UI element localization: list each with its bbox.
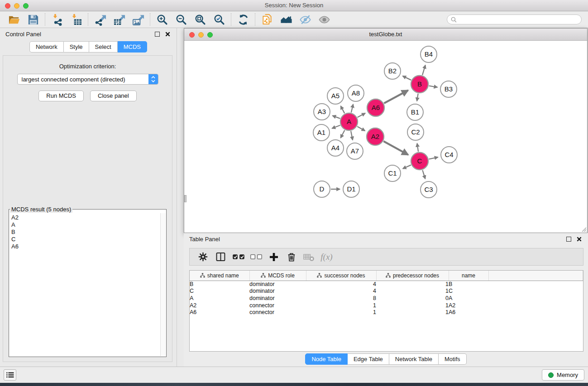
close-table-panel-button[interactable] xyxy=(577,237,582,242)
float-table-panel-button[interactable] xyxy=(566,237,571,242)
zoom-selected-button[interactable] xyxy=(210,12,229,27)
column-header-name[interactable]: name xyxy=(449,271,488,281)
network-graph[interactable]: B4B2BB3A8A5A6B1A3AC2A1A2A4A7C4CC1C3DD1 xyxy=(184,41,587,233)
select-all-columns-button[interactable] xyxy=(229,250,247,264)
network-from-file-button[interactable] xyxy=(258,12,277,27)
graph-edge-B-B3[interactable] xyxy=(429,86,438,87)
graph-edge-A-A2[interactable] xyxy=(357,126,365,131)
graph-node-A2[interactable]: A2 xyxy=(367,128,384,145)
show-graphics-details-button[interactable] xyxy=(315,12,334,27)
graph-node-B3[interactable]: B3 xyxy=(440,81,457,97)
graph-node-D[interactable]: D xyxy=(314,181,330,197)
graph-edge-A-A6[interactable] xyxy=(358,113,365,117)
graph-node-C[interactable]: C xyxy=(411,152,428,170)
graph-edge-B-B1[interactable] xyxy=(417,94,418,101)
graph-node-A6[interactable]: A6 xyxy=(367,99,384,116)
unselect-all-columns-button[interactable] xyxy=(247,250,265,264)
select-stepper[interactable] xyxy=(148,74,158,84)
column-header-successor-nodes[interactable]: successor nodes xyxy=(306,271,376,281)
graph-edge-A6-B[interactable] xyxy=(384,91,408,103)
table-row[interactable]: A6connector11A6 xyxy=(190,309,583,316)
graph-node-C2[interactable]: C2 xyxy=(407,124,424,140)
tab-network[interactable]: Network xyxy=(29,41,64,52)
mcds-result-item[interactable]: B xyxy=(10,229,160,236)
search-box[interactable] xyxy=(447,14,582,24)
mcds-result-item[interactable]: A2 xyxy=(10,214,160,221)
table-row[interactable]: Adominator80A xyxy=(190,295,583,302)
graph-edge-A-A5[interactable] xyxy=(341,106,345,113)
mcds-result-item[interactable]: A xyxy=(10,221,160,229)
graph-edge-C-C4[interactable] xyxy=(429,157,438,159)
tab-style[interactable]: Style xyxy=(64,41,89,52)
export-network-button[interactable] xyxy=(91,12,110,27)
graph-node-A3[interactable]: A3 xyxy=(314,104,330,120)
graph-node-A4[interactable]: A4 xyxy=(327,140,344,156)
houses-button[interactable] xyxy=(277,12,296,27)
table-row[interactable]: Bdominator41B xyxy=(190,281,583,288)
graph-edge-A-A1[interactable] xyxy=(332,125,340,129)
graph-node-D1[interactable]: D1 xyxy=(343,181,359,197)
graph-edge-C-C1[interactable] xyxy=(403,165,411,169)
result-list-scrollbar[interactable] xyxy=(160,213,166,356)
graph-node-C1[interactable]: C1 xyxy=(384,165,401,181)
task-history-button[interactable] xyxy=(4,369,16,381)
import-table-button[interactable] xyxy=(67,12,86,27)
column-header-mcds-role[interactable]: MCDS role xyxy=(249,271,306,281)
memory-button[interactable]: Memory xyxy=(542,369,584,381)
export-table-button[interactable] xyxy=(110,12,129,27)
float-panel-button[interactable] xyxy=(155,32,160,37)
graph-edge-A-A4[interactable] xyxy=(341,130,345,138)
open-session-button[interactable] xyxy=(5,12,24,27)
graph-node-C3[interactable]: C3 xyxy=(421,181,437,198)
graph-node-B[interactable]: B xyxy=(411,76,428,93)
splitter-handle[interactable] xyxy=(184,195,186,202)
network-close-button[interactable] xyxy=(189,32,195,38)
zoom-out-button[interactable] xyxy=(172,12,191,27)
graph-edge-A-A8[interactable] xyxy=(351,104,353,112)
show-column-panel-button[interactable] xyxy=(212,250,229,264)
delete-column-button[interactable] xyxy=(282,250,300,264)
graph-node-A8[interactable]: A8 xyxy=(348,85,364,101)
graph-edge-C-C3[interactable] xyxy=(422,170,425,179)
mcds-result-item[interactable]: A6 xyxy=(10,243,160,250)
refresh-view-button[interactable] xyxy=(234,12,253,27)
tab-motifs[interactable]: Motifs xyxy=(439,353,467,365)
create-column-button[interactable] xyxy=(265,250,282,264)
table-row[interactable]: A2connector11A2 xyxy=(190,302,583,310)
search-input[interactable] xyxy=(459,16,578,23)
graph-node-B4[interactable]: B4 xyxy=(421,46,437,62)
close-window-button[interactable] xyxy=(5,3,10,9)
graph-node-B2[interactable]: B2 xyxy=(384,63,401,79)
tab-network-table[interactable]: Network Table xyxy=(389,353,439,365)
graph-edge-A-A3[interactable] xyxy=(333,116,340,119)
minimize-window-button[interactable] xyxy=(14,3,19,9)
graph-node-A[interactable]: A xyxy=(340,113,358,130)
graph-node-A7[interactable]: A7 xyxy=(347,143,363,159)
zoom-window-button[interactable] xyxy=(23,3,29,9)
table-row[interactable]: Cdominator41C xyxy=(190,288,583,295)
graph-node-A1[interactable]: A1 xyxy=(313,124,330,141)
export-image-button[interactable] xyxy=(129,12,148,27)
network-minimize-button[interactable] xyxy=(198,32,204,38)
tab-edge-table[interactable]: Edge Table xyxy=(348,353,389,365)
tab-select[interactable]: Select xyxy=(89,41,118,52)
graph-edge-C-C2[interactable] xyxy=(417,143,419,152)
graph-edge-B-B4[interactable] xyxy=(422,65,425,75)
zoom-in-button[interactable] xyxy=(153,12,172,27)
graph-node-A5[interactable]: A5 xyxy=(327,88,344,104)
graph-node-C4[interactable]: C4 xyxy=(441,147,457,163)
tab-node-table[interactable]: Node Table xyxy=(305,353,348,365)
run-mcds-button[interactable]: Run MCDS xyxy=(38,91,84,101)
delete-table-button[interactable] xyxy=(300,250,318,264)
column-header-shared-name[interactable]: shared name xyxy=(190,271,249,281)
function-builder-button[interactable]: f(x) xyxy=(318,250,335,264)
tab-mcds[interactable]: MCDS xyxy=(118,41,147,52)
resize-grip[interactable] xyxy=(580,226,587,232)
zoom-fit-button[interactable] xyxy=(191,12,210,27)
close-panel-button[interactable] xyxy=(165,32,170,37)
save-session-button[interactable] xyxy=(24,12,43,27)
graph-edge-A-A7[interactable] xyxy=(351,131,353,140)
graph-node-B1[interactable]: B1 xyxy=(407,104,423,120)
column-header-predecessor-nodes[interactable]: predecessor nodes xyxy=(376,271,449,281)
criterion-select[interactable]: largest connected component (directed) xyxy=(17,74,158,85)
